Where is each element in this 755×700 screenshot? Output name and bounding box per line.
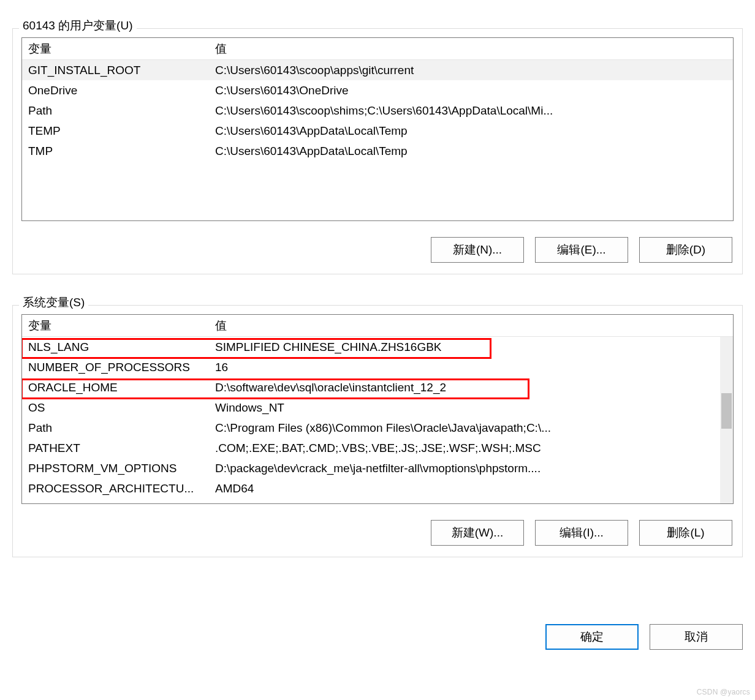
system-vars-group: 系统变量(S) 变量 值 NLS_LANG SIMPLIFIED CHINESE…	[12, 305, 743, 557]
system-vars-legend: 系统变量(S)	[19, 295, 88, 310]
system-scrollbar-track[interactable]	[720, 337, 733, 503]
user-row-value: C:\Users\60143\OneDrive	[215, 84, 733, 97]
user-row[interactable]: TMP C:\Users\60143\AppData\Local\Temp	[22, 141, 733, 161]
system-header-value[interactable]: 值	[215, 318, 733, 334]
system-row-value: C:\Program Files (x86)\Common Files\Orac…	[215, 421, 733, 435]
system-row-name: PROCESSOR_ARCHITECTU...	[22, 482, 215, 495]
system-vars-listbox[interactable]: 变量 值 NLS_LANG SIMPLIFIED CHINESE_CHINA.Z…	[21, 314, 734, 504]
user-row-value: C:\Users\60143\AppData\Local\Temp	[215, 145, 733, 158]
user-row-name: TMP	[22, 145, 215, 158]
user-row-name: OneDrive	[22, 84, 215, 97]
system-row[interactable]: NUMBER_OF_PROCESSORS 16	[22, 357, 733, 377]
user-vars-group: 60143 的用户变量(U) 变量 值 GIT_INSTALL_ROOT C:\…	[12, 28, 743, 274]
user-row-value: C:\Users\60143\AppData\Local\Temp	[215, 124, 733, 138]
system-scrollbar-thumb[interactable]	[721, 393, 732, 429]
system-row-name: ORACLE_HOME	[22, 381, 215, 394]
system-row[interactable]: Path C:\Program Files (x86)\Common Files…	[22, 418, 733, 438]
user-row[interactable]: Path C:\Users\60143\scoop\shims;C:\Users…	[22, 100, 733, 121]
system-row-name: NLS_LANG	[22, 341, 215, 354]
system-buttons-row: 新建(W)... 编辑(I)... 删除(L)	[21, 520, 734, 546]
system-edit-button[interactable]: 编辑(I)...	[535, 520, 628, 546]
system-list-header[interactable]: 变量 值	[22, 315, 733, 337]
system-row-value: D:\software\dev\sql\oracle\instantclient…	[215, 381, 733, 394]
user-header-name[interactable]: 变量	[22, 41, 215, 57]
user-vars-listbox[interactable]: 变量 值 GIT_INSTALL_ROOT C:\Users\60143\sco…	[21, 37, 734, 221]
system-row-value: D:\package\dev\crack_me\ja-netfilter-all…	[215, 462, 733, 475]
user-row[interactable]: OneDrive C:\Users\60143\OneDrive	[22, 80, 733, 100]
system-new-button[interactable]: 新建(W)...	[431, 520, 524, 546]
system-row[interactable]: PATHEXT .COM;.EXE;.BAT;.CMD;.VBS;.VBE;.J…	[22, 438, 733, 458]
system-row-value: SIMPLIFIED CHINESE_CHINA.ZHS16GBK	[215, 341, 733, 354]
user-list-header[interactable]: 变量 值	[22, 38, 733, 60]
system-row-value: 16	[215, 361, 733, 374]
dialog-buttons: 确定 取消	[545, 624, 743, 650]
user-row-value: C:\Users\60143\scoop\shims;C:\Users\6014…	[215, 104, 733, 118]
system-row-name: Path	[22, 421, 215, 435]
system-row-name: NUMBER_OF_PROCESSORS	[22, 361, 215, 374]
system-header-name[interactable]: 变量	[22, 318, 215, 334]
user-row-name: TEMP	[22, 124, 215, 138]
system-row-value: Windows_NT	[215, 401, 733, 415]
env-vars-dialog: 60143 的用户变量(U) 变量 值 GIT_INSTALL_ROOT C:\…	[0, 0, 755, 700]
user-vars-legend: 60143 的用户变量(U)	[19, 18, 137, 34]
system-row[interactable]: NLS_LANG SIMPLIFIED CHINESE_CHINA.ZHS16G…	[22, 337, 733, 357]
system-row[interactable]: ORACLE_HOME D:\software\dev\sql\oracle\i…	[22, 377, 733, 397]
user-new-button[interactable]: 新建(N)...	[431, 237, 524, 263]
cancel-button[interactable]: 取消	[650, 624, 743, 650]
user-row[interactable]: GIT_INSTALL_ROOT C:\Users\60143\scoop\ap…	[22, 60, 733, 80]
system-row-value: AMD64	[215, 482, 733, 495]
user-delete-button[interactable]: 删除(D)	[639, 237, 732, 263]
system-row[interactable]: PHPSTORM_VM_OPTIONS D:\package\dev\crack…	[22, 458, 733, 478]
user-edit-button[interactable]: 编辑(E)...	[535, 237, 628, 263]
system-row[interactable]: OS Windows_NT	[22, 397, 733, 418]
watermark: CSDN @yaorcs	[697, 688, 750, 696]
user-row-name: Path	[22, 104, 215, 118]
user-buttons-row: 新建(N)... 编辑(E)... 删除(D)	[21, 237, 734, 263]
system-delete-button[interactable]: 删除(L)	[639, 520, 732, 546]
user-row-name: GIT_INSTALL_ROOT	[22, 64, 215, 77]
user-row-value: C:\Users\60143\scoop\apps\git\current	[215, 64, 733, 77]
system-row-name: OS	[22, 401, 215, 415]
user-header-value[interactable]: 值	[215, 41, 733, 57]
system-row-name: PATHEXT	[22, 442, 215, 455]
system-row-name: PHPSTORM_VM_OPTIONS	[22, 462, 215, 475]
system-row[interactable]: PROCESSOR_ARCHITECTU... AMD64	[22, 478, 733, 499]
user-row[interactable]: TEMP C:\Users\60143\AppData\Local\Temp	[22, 121, 733, 141]
system-listbox-wrap: 变量 值 NLS_LANG SIMPLIFIED CHINESE_CHINA.Z…	[21, 314, 734, 504]
ok-button[interactable]: 确定	[545, 624, 639, 650]
system-row-value: .COM;.EXE;.BAT;.CMD;.VBS;.VBE;.JS;.JSE;.…	[215, 442, 733, 455]
